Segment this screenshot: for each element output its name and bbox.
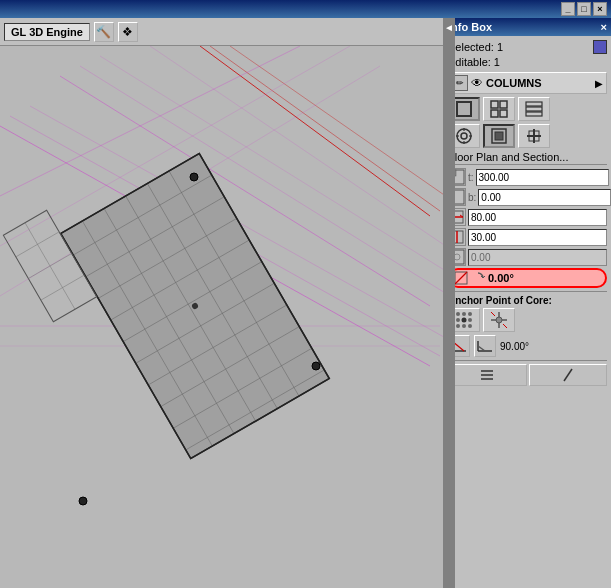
svg-rect-43 — [491, 101, 498, 108]
editable-label: Editable: 1 — [448, 56, 500, 68]
anchor-grid-svg — [455, 311, 473, 329]
rect-inner-icon — [490, 127, 508, 145]
svg-rect-42 — [457, 102, 471, 116]
rotate-icon — [471, 271, 485, 285]
anchor-cross-icon[interactable] — [483, 308, 515, 332]
svg-point-36 — [312, 362, 320, 370]
angle-input[interactable] — [488, 272, 538, 284]
disabled-input — [468, 249, 607, 266]
panel-title-bar: Info Box × — [444, 18, 611, 36]
panel-content: Selected: 1 Editable: 1 ✏ 👁 COLUMNS ▶ — [444, 36, 611, 588]
svg-line-73 — [455, 272, 467, 284]
icon-row-2 — [448, 124, 607, 148]
maximize-button[interactable]: □ — [577, 2, 591, 16]
angle-arrow-icon-2[interactable] — [474, 335, 496, 357]
svg-line-88 — [491, 312, 495, 316]
w2-input[interactable] — [468, 229, 607, 246]
svg-point-51 — [461, 133, 467, 139]
anchor-icon-row — [448, 308, 607, 332]
svg-line-89 — [503, 324, 507, 328]
w1-input[interactable] — [468, 209, 607, 226]
target-icon — [455, 127, 473, 145]
panel-close-button[interactable]: × — [601, 21, 607, 33]
param-row-w1 — [448, 208, 607, 226]
b-input[interactable] — [478, 189, 611, 206]
param-row-t: t: — [448, 168, 607, 186]
columns-section-row[interactable]: ✏ 👁 COLUMNS ▶ — [448, 72, 607, 94]
toolbar-icon-1[interactable]: 🔨 — [94, 22, 114, 42]
title-bar: _ □ × — [0, 0, 611, 18]
minimize-button[interactable]: _ — [561, 2, 575, 16]
canvas-area[interactable] — [0, 46, 443, 588]
info-panel: Info Box × Selected: 1 Editable: 1 ✏ 👁 C… — [443, 18, 611, 588]
selected-info: Selected: 1 Editable: 1 — [448, 40, 607, 68]
svg-point-34 — [190, 173, 198, 181]
angle-value: 90.00° — [500, 341, 529, 352]
list-icon — [479, 367, 495, 383]
svg-point-87 — [496, 317, 502, 323]
grid-icon — [490, 100, 508, 118]
icon-btn-layers[interactable] — [518, 97, 550, 121]
section-label: COLUMNS — [486, 77, 592, 89]
icon-btn-rect-inner[interactable] — [483, 124, 515, 148]
cross-icon — [525, 127, 543, 145]
svg-rect-47 — [526, 102, 542, 106]
separator-2 — [448, 360, 607, 361]
svg-point-35 — [79, 497, 87, 505]
square-icon — [455, 100, 473, 118]
layers-icon — [525, 100, 543, 118]
svg-point-78 — [468, 312, 472, 316]
angle-section: 90.00° — [448, 335, 607, 357]
svg-point-77 — [462, 312, 466, 316]
slash-icon — [560, 367, 576, 383]
icon-btn-cross[interactable] — [518, 124, 550, 148]
section-expand-icon[interactable]: ▶ — [595, 78, 603, 89]
anchor-label: Anchor Point of Core: — [448, 295, 607, 306]
svg-rect-44 — [500, 101, 507, 108]
svg-point-83 — [462, 324, 466, 328]
svg-point-81 — [468, 318, 472, 322]
section-eye-icon: 👁 — [471, 76, 483, 90]
bottom-btn-list[interactable] — [448, 364, 527, 386]
canvas-svg — [0, 46, 443, 588]
icon-btn-grid[interactable] — [483, 97, 515, 121]
svg-rect-49 — [526, 112, 542, 116]
toolbar-icon-2[interactable]: ❖ — [118, 22, 138, 42]
angle-icon — [454, 271, 468, 285]
svg-point-84 — [468, 324, 472, 328]
param-row-disabled — [448, 248, 607, 266]
t-label: t: — [468, 172, 474, 183]
top-toolbar: GL 3D Engine 🔨 ❖ — [0, 18, 443, 46]
svg-rect-48 — [526, 107, 542, 111]
svg-point-50 — [457, 129, 471, 143]
angle-arrow-2-svg — [476, 337, 494, 355]
svg-point-80 — [462, 318, 467, 323]
separator-1 — [448, 291, 607, 292]
b-label: b: — [468, 192, 476, 203]
close-button[interactable]: × — [593, 2, 607, 16]
svg-rect-57 — [495, 132, 503, 140]
selected-label: Selected: 1 — [448, 41, 503, 53]
viewport: GL 3D Engine 🔨 ❖ — [0, 18, 443, 588]
icon-row-1 — [448, 97, 607, 121]
panel-collapse-handle[interactable]: ◄ — [443, 18, 455, 588]
color-box — [593, 40, 607, 54]
svg-point-79 — [456, 318, 460, 322]
app-label: GL 3D Engine — [4, 23, 90, 41]
svg-rect-46 — [500, 110, 507, 117]
angle-highlighted-row[interactable] — [448, 268, 607, 288]
svg-point-82 — [456, 324, 460, 328]
t-input[interactable] — [476, 169, 609, 186]
title-bar-buttons: _ □ × — [561, 2, 607, 16]
param-row-b: b: — [448, 188, 607, 206]
bottom-buttons-row — [448, 364, 607, 386]
bottom-btn-slash[interactable] — [529, 364, 608, 386]
anchor-cross-svg — [490, 311, 508, 329]
floor-plan-label[interactable]: Floor Plan and Section... — [448, 151, 607, 165]
svg-rect-45 — [491, 110, 498, 117]
svg-point-76 — [456, 312, 460, 316]
param-row-w2 — [448, 228, 607, 246]
svg-line-97 — [564, 369, 572, 381]
